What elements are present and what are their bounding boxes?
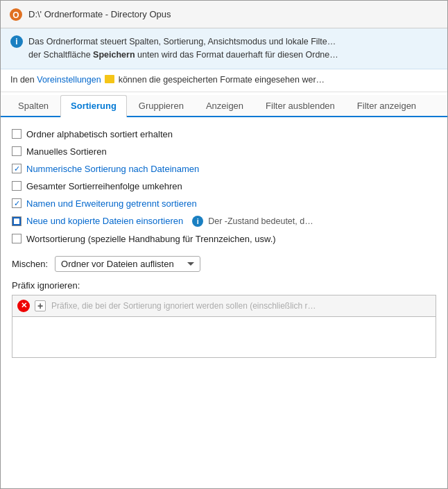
inline-note-text: Der -Zustand bedeutet, d… — [208, 216, 313, 226]
praefix-input-placeholder: Präfixe, die bei der Sortierung ignorier… — [49, 301, 433, 311]
add-icon: + — [35, 300, 46, 311]
tab-gruppieren[interactable]: Gruppieren — [128, 95, 194, 116]
checkbox-1[interactable] — [12, 129, 21, 139]
chevron-down-icon — [187, 262, 194, 266]
folder-icon — [105, 75, 114, 83]
checkbox-row-2: Manuelles Sortieren — [12, 143, 436, 160]
praefix-add-button[interactable]: + — [32, 298, 49, 314]
voreinstellungen-after: können die gespeicherten Formate eingese… — [119, 75, 325, 85]
checkbox-row-6: Neue und kopierte Dateien einsortieren i… — [12, 212, 436, 230]
checkbox-row-1: Ordner alphabetisch sortiert erhalten — [12, 126, 436, 143]
mischen-select[interactable]: Ordner vor Dateien auflisten — [55, 256, 200, 272]
checkbox-3[interactable] — [12, 164, 21, 173]
checkbox-row-4: Gesamter Sortierreihenfolge umkehren — [12, 178, 436, 195]
praefix-toolbar: + Präfixe, die bei der Sortierung ignori… — [12, 295, 436, 316]
tab-content: Ordner alphabetisch sortiert erhalten Ma… — [1, 117, 447, 489]
checkbox-label-5[interactable]: Namen und Erweiterung getrennt sortieren — [26, 198, 197, 209]
info-banner-icon: i — [10, 35, 23, 48]
info-banner-text: Das Ordnerformat steuert Spalten, Sortie… — [28, 35, 338, 62]
info-text-line1: Das Ordnerformat steuert Spalten, Sortie… — [28, 37, 336, 46]
praefix-input-area[interactable] — [12, 316, 436, 358]
voreinstellungen-bar: In den Voreinstellungen können die gespe… — [1, 69, 447, 92]
checkbox-label-4[interactable]: Gesamter Sortierreihenfolge umkehren — [26, 181, 182, 191]
checkbox-row-3: Nummerische Sortierung nach Dateinamen — [12, 160, 436, 178]
mischen-value: Ordner vor Dateien auflisten — [61, 259, 183, 269]
checkbox-row-5: Namen und Erweiterung getrennt sortieren — [12, 195, 436, 212]
mischen-label: Mischen: — [12, 259, 48, 269]
info-banner: i Das Ordnerformat steuert Spalten, Sort… — [1, 28, 447, 69]
speichern-bold: Speichern — [93, 50, 135, 60]
checkbox-7[interactable] — [12, 234, 21, 243]
checkbox-2[interactable] — [12, 146, 21, 156]
info-text-line2: der Schaltfläche Speichern unten wird da… — [28, 50, 338, 60]
checkbox-5[interactable] — [12, 198, 21, 208]
checkbox-row-7: Wortsortierung (spezielle Handhabung für… — [12, 230, 436, 248]
tab-filter-ausblenden[interactable]: Filter ausblenden — [255, 95, 345, 116]
checkbox-label-3[interactable]: Nummerische Sortierung nach Dateinamen — [26, 164, 199, 174]
voreinstellungen-before: In den — [10, 75, 37, 85]
tab-filter-anzeigen[interactable]: Filter anzeigen — [347, 95, 427, 116]
praefix-section: Präfix ignorieren: + Präfixe, die bei de… — [12, 277, 436, 363]
checkbox-4[interactable] — [12, 181, 21, 191]
tabs-bar: Spalten Sortierung Gruppieren Anzeigen F… — [1, 95, 447, 117]
tab-sortierung[interactable]: Sortierung — [60, 95, 127, 117]
praefix-label: Präfix ignorieren: — [12, 280, 436, 291]
checkbox-label-7[interactable]: Wortsortierung (spezielle Handhabung für… — [26, 234, 276, 244]
app-icon: O — [9, 8, 23, 22]
mischen-row: Mischen: Ordner vor Dateien auflisten — [12, 248, 436, 277]
delete-icon — [17, 300, 30, 312]
voreinstellungen-link[interactable]: Voreinstellungen — [37, 75, 101, 85]
praefix-delete-button[interactable] — [15, 298, 32, 314]
window-title: D:\' Ordnerformate - Directory Opus — [28, 9, 171, 19]
svg-text:O: O — [12, 10, 19, 20]
main-window: O D:\' Ordnerformate - Directory Opus i … — [0, 0, 448, 489]
info-icon-inline: i — [192, 216, 203, 227]
checkbox-label-2[interactable]: Manuelles Sortieren — [26, 146, 107, 157]
tab-spalten[interactable]: Spalten — [8, 95, 59, 116]
checkbox-label-6[interactable]: Neue und kopierte Dateien einsortieren — [26, 216, 183, 226]
tab-anzeigen[interactable]: Anzeigen — [196, 95, 254, 116]
checkbox-6[interactable] — [12, 216, 21, 226]
checkbox-label-1[interactable]: Ordner alphabetisch sortiert erhalten — [26, 129, 173, 139]
titlebar: O D:\' Ordnerformate - Directory Opus — [1, 1, 447, 28]
